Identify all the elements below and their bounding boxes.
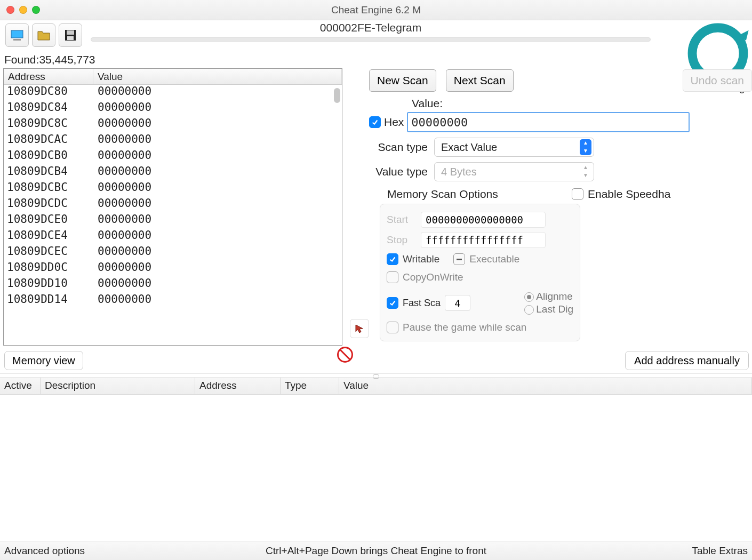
- status-bar: Advanced options Ctrl+Alt+Page Down brin…: [0, 541, 752, 560]
- results-row[interactable]: 10809DC8C00000000: [4, 117, 342, 133]
- cursor-arrow-icon: [355, 324, 364, 333]
- col-address[interactable]: Address: [195, 378, 281, 394]
- results-row[interactable]: 10809DCEC00000000: [4, 245, 342, 261]
- copyonwrite-checkbox[interactable]: [387, 271, 398, 283]
- cell-value: 00000000: [93, 181, 151, 197]
- window-title: Cheat Engine 6.2 M: [0, 4, 752, 16]
- found-prefix: Found:: [4, 53, 39, 66]
- cell-value: 00000000: [93, 293, 151, 309]
- results-row[interactable]: 10809DC8000000000: [4, 85, 342, 101]
- open-file-button[interactable]: [32, 23, 55, 47]
- start-label: Start: [387, 214, 415, 226]
- last-digits-radio[interactable]: [524, 305, 534, 315]
- results-row[interactable]: 10809DCB000000000: [4, 149, 342, 165]
- results-row[interactable]: 10809DCE000000000: [4, 213, 342, 229]
- stop-label: Stop: [387, 234, 415, 246]
- undo-scan-button[interactable]: Undo scan: [683, 69, 752, 92]
- results-header: Address Value: [4, 69, 342, 85]
- stop-input[interactable]: [421, 232, 546, 248]
- open-process-button[interactable]: [5, 23, 29, 47]
- hotkey-hint: Ctrl+Alt+Page Down brings Cheat Engine t…: [0, 545, 752, 557]
- col-type[interactable]: Type: [281, 378, 339, 394]
- splitter[interactable]: [0, 373, 752, 378]
- top-row: 000002FE-Telegram Cheat Engine Settings: [0, 20, 752, 50]
- col-active[interactable]: Active: [0, 378, 41, 394]
- alignment-label: Alignme: [536, 291, 573, 302]
- select-stepper-icon: ▲▼: [580, 139, 591, 155]
- main-split: Address Value 10809DC800000000010809DC84…: [0, 68, 752, 346]
- cell-value: 00000000: [93, 197, 151, 213]
- results-row[interactable]: 10809DD1000000000: [4, 277, 342, 293]
- results-row[interactable]: 10809DCB400000000: [4, 165, 342, 181]
- results-row[interactable]: 10809DCE400000000: [4, 229, 342, 245]
- reset-icon[interactable]: [337, 347, 353, 363]
- next-scan-button[interactable]: Next Scan: [446, 69, 514, 92]
- alignment-radio[interactable]: [524, 292, 534, 302]
- results-list[interactable]: Address Value 10809DC800000000010809DC84…: [3, 68, 342, 346]
- cell-address: 10809DC80: [4, 85, 93, 101]
- cell-value: 00000000: [93, 213, 151, 229]
- executable-checkbox[interactable]: [453, 253, 465, 265]
- cell-address: 10809DCB4: [4, 165, 93, 181]
- floppy-disk-icon: [64, 29, 77, 42]
- col-description[interactable]: Description: [41, 378, 195, 394]
- value-label: Value:: [412, 97, 752, 110]
- results-row[interactable]: 10809DC8400000000: [4, 101, 342, 117]
- cell-value: 00000000: [93, 165, 151, 181]
- add-address-button[interactable]: Add address manually: [625, 351, 749, 370]
- cell-address: 10809DCBC: [4, 181, 93, 197]
- svg-rect-1: [13, 39, 21, 41]
- results-row[interactable]: 10809DD1400000000: [4, 293, 342, 309]
- pause-checkbox[interactable]: [387, 322, 398, 333]
- results-row[interactable]: 10809DCBC00000000: [4, 181, 342, 197]
- folder-open-icon: [37, 29, 51, 41]
- svg-rect-5: [67, 36, 74, 40]
- cell-address: 10809DCEC: [4, 245, 93, 261]
- cheat-engine-logo[interactable]: Cheat Engine: [686, 21, 750, 75]
- new-scan-button[interactable]: New Scan: [369, 69, 436, 92]
- fast-scan-label: Fast Sca: [403, 298, 441, 309]
- check-icon: [389, 299, 396, 307]
- col-value[interactable]: Value: [93, 69, 342, 84]
- scrollbar-thumb[interactable]: [334, 88, 340, 103]
- col-address[interactable]: Address: [4, 69, 93, 84]
- hex-checkbox[interactable]: [369, 116, 381, 128]
- last-digits-label: Last Dig: [536, 303, 573, 315]
- cell-value: 00000000: [93, 261, 151, 277]
- titlebar: Cheat Engine 6.2 M: [0, 0, 752, 20]
- speedhack-checkbox[interactable]: [572, 188, 583, 200]
- memory-scan-options: Start Stop Writable Executable CopyOn: [380, 204, 580, 341]
- cell-value: 00000000: [93, 101, 151, 117]
- cheat-table-body[interactable]: [0, 395, 752, 501]
- executable-label: Executable: [469, 253, 519, 265]
- scan-type-select[interactable]: Exact Value ▲▼: [434, 138, 594, 157]
- cell-value: 00000000: [93, 133, 151, 149]
- start-input[interactable]: [421, 212, 546, 228]
- writable-checkbox[interactable]: [387, 253, 398, 265]
- cell-address: 10809DCE0: [4, 213, 93, 229]
- svg-rect-4: [67, 30, 74, 35]
- save-button[interactable]: [59, 23, 82, 47]
- results-row[interactable]: 10809DD0C00000000: [4, 261, 342, 277]
- fast-scan-input[interactable]: [445, 295, 470, 311]
- speedhack-label: Enable Speedha: [588, 188, 670, 201]
- results-row[interactable]: 10809DCDC00000000: [4, 197, 342, 213]
- col-value[interactable]: Value: [339, 378, 752, 394]
- results-row[interactable]: 10809DCAC00000000: [4, 133, 342, 149]
- scan-type-value: Exact Value: [441, 141, 497, 154]
- writable-label: Writable: [403, 253, 439, 265]
- memory-view-button[interactable]: Memory view: [4, 351, 83, 370]
- cell-value: 00000000: [93, 245, 151, 261]
- svg-marker-8: [356, 325, 363, 333]
- pointer-tool-button[interactable]: [350, 319, 369, 338]
- svg-marker-2: [38, 31, 50, 40]
- memory-scan-options-title: Memory Scan Options: [387, 188, 752, 201]
- cell-value: 00000000: [93, 149, 151, 165]
- value-type-select[interactable]: 4 Bytes ▲▼: [434, 162, 594, 181]
- cell-value: 00000000: [93, 117, 151, 133]
- results-body[interactable]: 10809DC800000000010809DC840000000010809D…: [4, 85, 342, 345]
- check-icon: [371, 118, 379, 126]
- value-input[interactable]: [407, 112, 690, 132]
- fast-scan-checkbox[interactable]: [387, 297, 398, 309]
- cell-address: 10809DD14: [4, 293, 93, 309]
